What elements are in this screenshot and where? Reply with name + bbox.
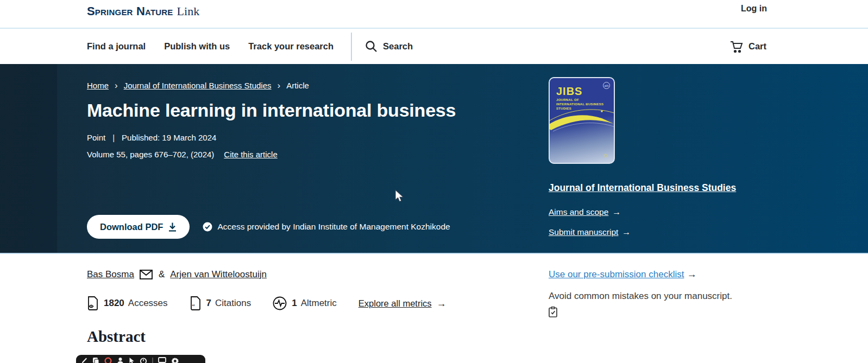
cart-button[interactable]: Cart bbox=[729, 29, 766, 64]
search-label: Search bbox=[383, 41, 413, 52]
pen-icon[interactable] bbox=[81, 357, 87, 363]
metrics-row: 1820 Accesses “ 7 Citations 1 Altmetric bbox=[87, 296, 446, 310]
accesses-icon bbox=[87, 296, 104, 310]
cursor-icon[interactable] bbox=[129, 357, 135, 363]
altmetric-label: Altmetric bbox=[301, 298, 337, 309]
breadcrumb-article: Article bbox=[286, 81, 309, 90]
authors-separator: & bbox=[159, 269, 165, 280]
chevron-right-icon: › bbox=[278, 81, 281, 90]
volume-row: Volume 55, pages 676–702, (2024) Cite th… bbox=[87, 150, 278, 159]
settings-icon[interactable] bbox=[171, 357, 179, 363]
main-nav: Find a journal Publish with us Track you… bbox=[0, 29, 868, 64]
hero-left-shade bbox=[0, 64, 57, 253]
access-note-text: Access provided by Indian Institute of M… bbox=[217, 222, 450, 232]
page: Springer Nature Link Log in Find a journ… bbox=[0, 0, 868, 363]
logo-springer-nature: Springer Nature bbox=[87, 4, 173, 18]
nav-find-a-journal[interactable]: Find a journal bbox=[87, 41, 146, 52]
arrow-right-icon: → bbox=[437, 298, 446, 309]
clipboard-check-icon bbox=[549, 307, 557, 320]
email-icon[interactable] bbox=[140, 270, 153, 279]
citations-label: Citations bbox=[215, 298, 251, 309]
breadcrumb-home[interactable]: Home bbox=[87, 81, 109, 90]
cover-journal-title: JOURNAL OF INTERNATIONAL BUSINESS STUDIE… bbox=[556, 98, 606, 111]
breadcrumb: Home › Journal of International Business… bbox=[87, 81, 309, 90]
article-hero: Home › Journal of International Business… bbox=[0, 64, 868, 254]
explore-all-metrics-link[interactable]: Explore all metrics → bbox=[358, 298, 446, 309]
checklist-note: Avoid common mistakes on your manuscript… bbox=[549, 291, 732, 302]
abstract-heading: Abstract bbox=[87, 328, 146, 346]
chevron-right-icon: › bbox=[115, 81, 118, 90]
submit-manuscript-link[interactable]: Submit manuscript → bbox=[549, 227, 631, 237]
access-note: Access provided by Indian Institute of M… bbox=[203, 222, 450, 232]
journal-home-link[interactable]: Journal of International Business Studie… bbox=[549, 182, 736, 194]
arrow-right-icon: → bbox=[687, 269, 696, 280]
cite-this-article-link[interactable]: Cite this article bbox=[224, 150, 277, 159]
journal-cover-image[interactable]: JIBS JOURNAL OF INTERNATIONAL BUSINESS S… bbox=[549, 77, 615, 164]
cover-journal-abbr: JIBS bbox=[556, 85, 582, 98]
aims-and-scope-link[interactable]: Aims and scope → bbox=[549, 207, 621, 217]
author-link-arjen-van-witteloostuijn[interactable]: Arjen van Witteloostuijn bbox=[170, 269, 267, 280]
logo-link: Link bbox=[177, 4, 200, 18]
download-pdf-button[interactable]: Download PDF bbox=[87, 215, 190, 239]
cart-icon bbox=[729, 40, 744, 53]
authors-row: Bas Bosma & Arjen van Witteloostuijn bbox=[87, 269, 267, 280]
copy-icon[interactable] bbox=[92, 357, 99, 363]
volume-pages: Volume 55, pages 676–702, (2024) bbox=[87, 150, 214, 159]
altmetric-value: 1 bbox=[292, 298, 297, 309]
download-pdf-label: Download PDF bbox=[100, 222, 163, 232]
check-circle-icon bbox=[203, 222, 212, 232]
nav-divider bbox=[351, 33, 352, 61]
pre-submission-checklist-link[interactable]: Use our pre-submission checklist → bbox=[549, 269, 696, 280]
published-date: Published: 19 March 2024 bbox=[122, 133, 216, 142]
citations-value: 7 bbox=[206, 298, 211, 309]
log-in-link[interactable]: Log in bbox=[741, 4, 767, 14]
site-header: Springer Nature Link Log in bbox=[0, 0, 868, 28]
meta-pipe-divider: | bbox=[112, 133, 115, 142]
person-icon[interactable] bbox=[117, 357, 124, 363]
breadcrumb-journal[interactable]: Journal of International Business Studie… bbox=[124, 81, 272, 90]
nav-track-your-research[interactable]: Track your research bbox=[248, 41, 334, 52]
timer-icon[interactable] bbox=[140, 357, 147, 363]
accesses-value: 1820 bbox=[104, 298, 124, 309]
article-type-label: Point bbox=[87, 133, 105, 142]
download-icon bbox=[168, 222, 177, 232]
toolbar-divider bbox=[152, 358, 153, 363]
screen-recorder-toolbar[interactable] bbox=[76, 355, 205, 363]
monitor-icon[interactable] bbox=[158, 357, 166, 363]
record-icon[interactable] bbox=[104, 357, 112, 363]
search-icon bbox=[365, 40, 378, 53]
accesses-label: Accesses bbox=[128, 298, 168, 309]
arrow-right-icon: → bbox=[612, 207, 621, 217]
altmetric-metric: 1 Altmetric bbox=[273, 296, 337, 310]
nav-publish-with-us[interactable]: Publish with us bbox=[164, 41, 230, 52]
accesses-metric: 1820 Accesses bbox=[87, 296, 168, 310]
svg-text:“: “ bbox=[192, 303, 194, 310]
arrow-right-icon: → bbox=[622, 227, 631, 237]
springer-nature-link-logo[interactable]: Springer Nature Link bbox=[87, 4, 199, 18]
article-meta-row: Point | Published: 19 March 2024 bbox=[87, 133, 216, 142]
citations-icon: “ bbox=[190, 296, 206, 310]
article-title: Machine learning in international busine… bbox=[87, 100, 456, 121]
citations-metric: “ 7 Citations bbox=[190, 296, 251, 310]
search-button[interactable]: Search bbox=[365, 40, 413, 53]
author-link-bas-bosma[interactable]: Bas Bosma bbox=[87, 269, 134, 280]
altmetric-icon bbox=[273, 296, 292, 310]
cart-label: Cart bbox=[749, 41, 766, 52]
sun-icon: ☼ bbox=[602, 151, 609, 158]
aib-badge: aib bbox=[603, 82, 610, 89]
